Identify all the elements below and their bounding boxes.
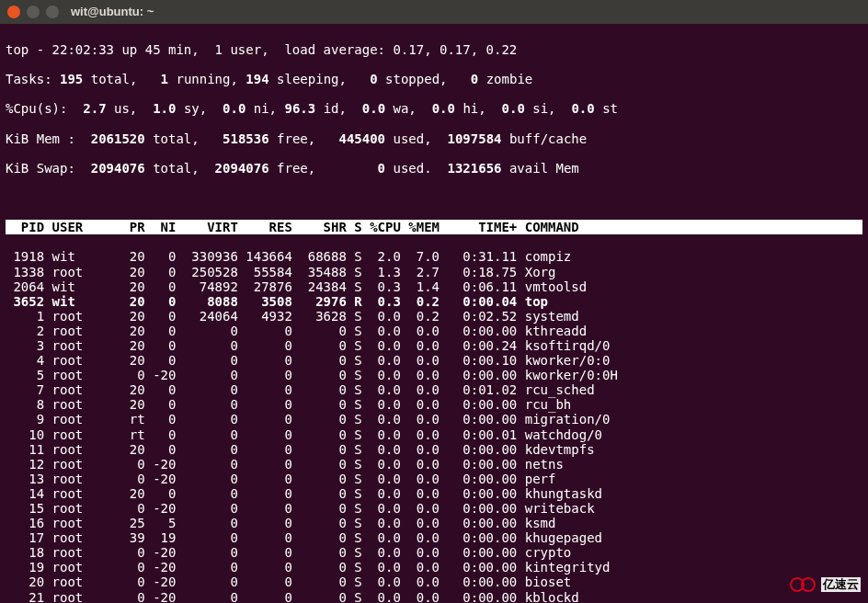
- top-summary-uptime: top - 22:02:33 up 45 min, 1 user, load a…: [6, 42, 862, 57]
- watermark-text: 亿速云: [821, 577, 861, 593]
- process-row: 15 root 0 -20 0 0 0 S 0.0 0.0 0:00.00 wr…: [6, 501, 862, 516]
- process-row: 7 root 20 0 0 0 0 S 0.0 0.0 0:01.02 rcu_…: [6, 382, 862, 397]
- top-summary-swap: KiB Swap: 2094076 total, 2094076 free, 0…: [6, 161, 862, 176]
- watermark: 亿速云: [790, 575, 861, 594]
- process-row: 1 root 20 0 24064 4932 3628 S 0.0 0.2 0:…: [6, 309, 862, 324]
- blank-line: [6, 190, 862, 205]
- watermark-logo-icon: [790, 575, 817, 594]
- process-row: 14 root 20 0 0 0 0 S 0.0 0.0 0:00.00 khu…: [6, 486, 862, 501]
- close-icon[interactable]: [7, 6, 20, 18]
- process-list: 1918 wit 20 0 330936 143664 68688 S 2.0 …: [6, 249, 862, 603]
- window-title-bar: wit@ubuntu: ~: [0, 0, 868, 24]
- process-row: 20 root 0 -20 0 0 0 S 0.0 0.0 0:00.00 bi…: [6, 575, 862, 589]
- process-row: 8 root 20 0 0 0 0 S 0.0 0.0 0:00.00 rcu_…: [6, 397, 862, 412]
- process-row: 10 root rt 0 0 0 0 S 0.0 0.0 0:00.01 wat…: [6, 427, 862, 442]
- maximize-icon[interactable]: [46, 6, 59, 18]
- process-row: 18 root 0 -20 0 0 0 S 0.0 0.0 0:00.00 cr…: [6, 545, 862, 560]
- process-row: 2 root 20 0 0 0 0 S 0.0 0.0 0:00.00 kthr…: [6, 324, 862, 338]
- process-row: 5 root 0 -20 0 0 0 S 0.0 0.0 0:00.00 kwo…: [6, 368, 862, 382]
- window-title: wit@ubuntu: ~: [71, 6, 154, 19]
- process-row: 1338 root 20 0 250528 55584 35488 S 1.3 …: [6, 265, 862, 279]
- terminal-output[interactable]: top - 22:02:33 up 45 min, 1 user, load a…: [0, 24, 868, 603]
- process-row: 21 root 0 -20 0 0 0 S 0.0 0.0 0:00.00 kb…: [6, 590, 862, 603]
- process-row: 16 root 25 5 0 0 0 S 0.0 0.0 0:00.00 ksm…: [6, 516, 862, 530]
- minimize-icon[interactable]: [27, 6, 40, 18]
- top-summary-tasks: Tasks: 195 total, 1 running, 194 sleepin…: [6, 72, 862, 86]
- top-summary-cpu: %Cpu(s): 2.7 us, 1.0 sy, 0.0 ni, 96.3 id…: [6, 101, 862, 116]
- process-row: 19 root 0 -20 0 0 0 S 0.0 0.0 0:00.00 ki…: [6, 560, 862, 575]
- top-summary-mem: KiB Mem : 2061520 total, 518536 free, 44…: [6, 131, 862, 146]
- process-row: 13 root 0 -20 0 0 0 S 0.0 0.0 0:00.00 pe…: [6, 472, 862, 486]
- process-row: 2064 wit 20 0 74892 27876 24384 S 0.3 1.…: [6, 279, 862, 294]
- process-row: 11 root 20 0 0 0 0 S 0.0 0.0 0:00.00 kde…: [6, 442, 862, 457]
- process-row: 3 root 20 0 0 0 0 S 0.0 0.0 0:00.24 ksof…: [6, 338, 862, 353]
- process-row: 9 root rt 0 0 0 0 S 0.0 0.0 0:00.00 migr…: [6, 412, 862, 427]
- process-row: 17 root 39 19 0 0 0 S 0.0 0.0 0:00.00 kh…: [6, 530, 862, 545]
- process-row: 12 root 0 -20 0 0 0 S 0.0 0.0 0:00.00 ne…: [6, 457, 862, 472]
- process-row: 4 root 20 0 0 0 0 S 0.0 0.0 0:00.10 kwor…: [6, 353, 862, 368]
- process-row: 1918 wit 20 0 330936 143664 68688 S 2.0 …: [6, 249, 862, 264]
- process-table-header: PID USER PR NI VIRT RES SHR S %CPU %MEM …: [6, 220, 862, 234]
- process-row: 3652 wit 20 0 8088 3508 2976 R 0.3 0.2 0…: [6, 294, 862, 309]
